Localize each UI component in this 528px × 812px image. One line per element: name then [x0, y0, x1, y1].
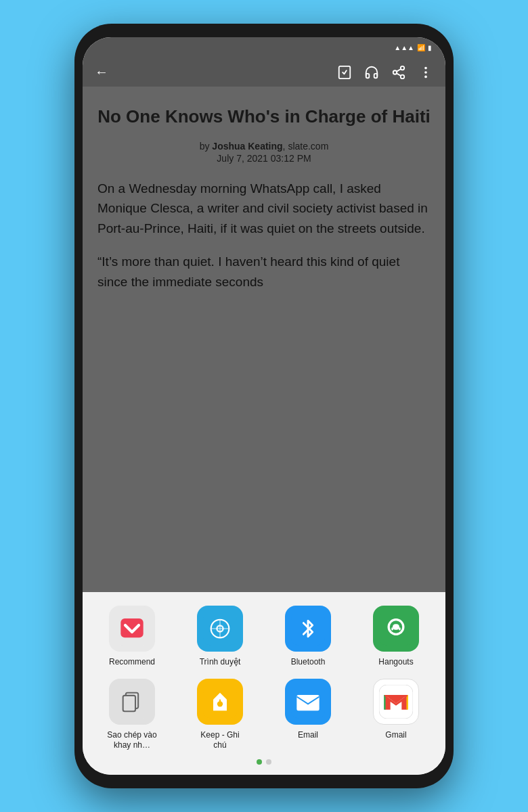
- copy-svg: [115, 685, 149, 719]
- share-app-browser[interactable]: Trình duyệt: [177, 606, 263, 667]
- dot-1: [257, 759, 262, 765]
- status-icons: ▲▲▲ 📶 ▮: [394, 44, 432, 51]
- back-button[interactable]: ←: [95, 64, 108, 80]
- browser-icon: [197, 606, 243, 652]
- wifi-icon: 📶: [417, 44, 425, 51]
- bluetooth-svg: [291, 612, 325, 646]
- keep-icon: [197, 679, 243, 725]
- browser-svg: [203, 612, 237, 646]
- keep-label: Keep - Ghi chú: [193, 730, 247, 750]
- share-app-keep[interactable]: Keep - Ghi chú: [177, 679, 263, 750]
- browser-label: Trình duyệt: [200, 657, 241, 667]
- svg-rect-29: [296, 695, 319, 710]
- author-source: , slate.com: [283, 141, 329, 152]
- article-paragraph-2: “It’s more than quiet. I haven’t heard t…: [97, 252, 431, 292]
- article-paragraph-1: On a Wednesday morning WhatsApp call, I …: [97, 179, 431, 238]
- article-meta-date: July 7, 2021 03:12 PM: [97, 153, 431, 164]
- dot-indicators: [89, 759, 439, 765]
- share-app-gmail[interactable]: Gmail: [353, 679, 439, 750]
- gmail-svg: [379, 685, 413, 719]
- keep-svg: [203, 685, 237, 719]
- svg-point-6: [424, 66, 427, 69]
- author-name: Joshua Keating: [212, 141, 282, 152]
- share-app-bluetooth[interactable]: Bluetooth: [265, 606, 351, 667]
- battery-icon: ▮: [428, 44, 432, 51]
- hangouts-svg: [379, 612, 413, 646]
- share-app-copy[interactable]: Sao chép vào khay nh…: [89, 679, 175, 750]
- svg-point-8: [424, 75, 427, 78]
- svg-rect-19: [393, 624, 399, 629]
- recommend-icon: [109, 606, 155, 652]
- copy-icon: [109, 679, 155, 725]
- signal-icon: ▲▲▲: [394, 44, 414, 51]
- bookmark-check-icon[interactable]: [337, 65, 352, 80]
- article-title: No One Knows Who's in Charge of Haiti: [97, 106, 431, 129]
- recommend-label: Recommend: [109, 657, 155, 667]
- email-icon: [285, 679, 331, 725]
- svg-rect-24: [123, 696, 135, 711]
- article-meta: by Joshua Keating, slate.com July 7, 202…: [97, 141, 431, 164]
- share-app-recommend[interactable]: Recommend: [89, 606, 175, 667]
- hangouts-icon: [373, 606, 419, 652]
- top-nav: ←: [83, 58, 445, 87]
- svg-rect-10: [120, 618, 143, 637]
- article-body: On a Wednesday morning WhatsApp call, I …: [97, 179, 431, 292]
- hangouts-label: Hangouts: [378, 657, 413, 667]
- svg-rect-20: [391, 627, 393, 630]
- svg-rect-32: [384, 695, 407, 697]
- gmail-icon: [373, 679, 419, 725]
- gmail-label: Gmail: [385, 730, 406, 740]
- svg-point-26: [217, 701, 223, 706]
- phone-frame: ▲▲▲ 📶 ▮ ←: [74, 24, 454, 788]
- svg-point-7: [424, 71, 427, 74]
- nav-right-icons: [337, 65, 433, 80]
- svg-line-4: [397, 73, 401, 76]
- article-area: No One Knows Who's in Charge of Haiti by…: [83, 87, 445, 592]
- phone-screen: ▲▲▲ 📶 ▮ ←: [83, 37, 445, 775]
- share-icon[interactable]: [391, 65, 406, 80]
- author-prefix: by: [200, 141, 213, 152]
- more-vertical-icon[interactable]: [418, 65, 433, 80]
- headphones-icon[interactable]: [364, 65, 379, 80]
- dot-2: [266, 759, 271, 765]
- bluetooth-label: Bluetooth: [291, 657, 326, 667]
- share-apps-grid: Recommend Trình duyệt: [89, 606, 439, 750]
- article-meta-author: by Joshua Keating, slate.com: [97, 141, 431, 152]
- email-label: Email: [298, 730, 318, 740]
- svg-rect-21: [399, 627, 401, 630]
- share-app-hangouts[interactable]: Hangouts: [353, 606, 439, 667]
- bluetooth-icon: [285, 606, 331, 652]
- pocket-svg: [115, 612, 149, 646]
- email-svg: [291, 685, 325, 719]
- share-app-email[interactable]: Email: [265, 679, 351, 750]
- svg-line-5: [397, 68, 401, 71]
- status-bar: ▲▲▲ 📶 ▮: [83, 37, 445, 58]
- share-sheet: Recommend Trình duyệt: [83, 592, 445, 775]
- copy-label: Sao chép vào khay nh…: [105, 730, 159, 750]
